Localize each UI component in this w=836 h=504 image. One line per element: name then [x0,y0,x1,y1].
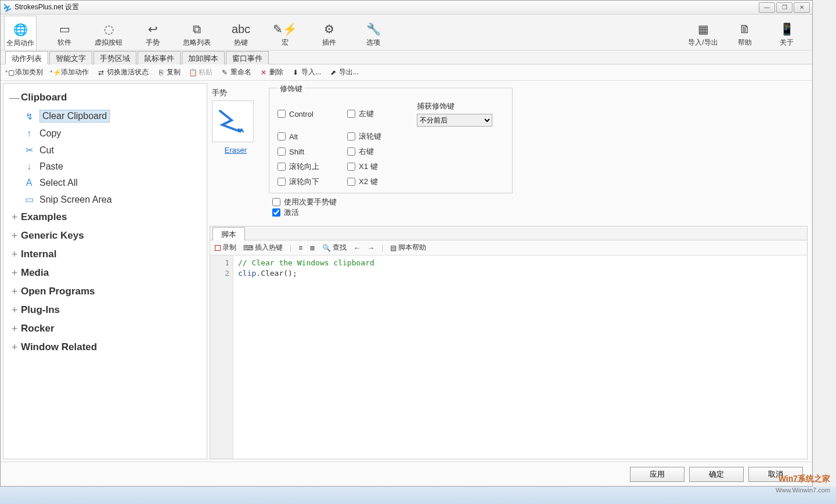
expand-icon[interactable]: + [8,248,21,261]
tree-action-clear-clipboard[interactable]: ↯Clear Clipboard [6,107,204,125]
toolbar-help[interactable]: 🗎帮助 [729,16,761,50]
chk-wheelup[interactable]: 滚轮向上 [278,161,341,172]
tree-category-media[interactable]: +Media [6,264,204,282]
action-icon: ✂ [22,145,36,156]
script-help-button[interactable]: ▤ 脚本帮助 [390,243,426,253]
insert-hotkey-button[interactable]: ⌨ 插入热键 [243,243,283,253]
toolbar-ignore[interactable]: ⧉忽略列表 [181,16,213,50]
hotkeys-icon: abc [233,21,248,37]
close-button[interactable]: ✕ [794,2,810,13]
help-icon: ▤ [390,244,397,252]
expand-icon[interactable]: + [8,229,21,242]
tree-category-plug-ins[interactable]: +Plug-Ins [6,301,204,319]
tree-action-cut[interactable]: ✂Cut [6,142,204,159]
tree-category-window-related[interactable]: +Window Related [6,338,204,357]
toolbar-about[interactable]: 📱关于 [770,16,803,50]
indent-button[interactable]: ≡ [298,244,302,252]
add-category-button[interactable]: ⁺▢添加类别 [5,67,43,77]
outdent-button[interactable]: ≣ [309,244,315,252]
toolbar-options[interactable]: 🔧选项 [357,16,390,50]
chk-right[interactable]: 右键 [347,146,411,157]
tree-action-copy[interactable]: ↑Copy [6,125,204,142]
action-icon: ↑ [22,128,36,139]
tab-鼠标事件[interactable]: 鼠标事件 [138,51,181,64]
toggle-active-button[interactable]: ⇄切换激活状态 [97,67,149,77]
chk-shift[interactable]: Shift [278,146,341,157]
toolbar-label: 忽略列表 [183,38,211,48]
record-button[interactable]: 录制 [215,243,236,253]
export-button[interactable]: ⬈导出... [329,67,359,77]
expand-icon[interactable]: + [8,285,21,298]
copy-button[interactable]: ⎘复制 [157,67,181,77]
cancel-button[interactable]: 取消 [748,467,803,482]
toolbar-importexport[interactable]: ▦导入/导出 [687,16,719,50]
toolbar-label: 全局动作 [6,38,34,48]
script-editor[interactable]: 12 // Clear the Windows clipboardclip.Cl… [210,255,807,459]
rename-button[interactable]: ✎重命名 [221,67,251,77]
minimize-button[interactable]: — [759,2,775,13]
expand-icon[interactable]: + [8,211,21,224]
tab-手势区域[interactable]: 手势区域 [93,51,136,64]
toolbar-global[interactable]: 🌐全局动作 [4,16,37,50]
tree-category-Clipboard[interactable]: —Clipboard [6,88,204,107]
add-action-button[interactable]: ⁺⚡添加动作 [51,67,89,77]
tab-动作列表[interactable]: 动作列表 [5,51,48,64]
toolbar-floaters[interactable]: ◌虚拟按钮 [92,16,125,50]
global-icon: 🌐 [13,22,28,37]
action-icon: ↯ [22,111,36,122]
record-icon [215,245,221,251]
modifiers-group: 修饰键 Control 左键 捕获修饰键 不分前后 Alt 滚轮键 Shift [269,88,513,193]
chk-wheel[interactable]: 滚轮键 [347,131,411,142]
tree-panel[interactable]: —Clipboard↯Clear Clipboard↑Copy✂Cut↓Past… [3,83,207,459]
tree-action-snip-screen-area[interactable]: ▭Snip Screen Area [6,191,204,208]
nav-fwd-button[interactable]: → [367,244,374,252]
code-area[interactable]: // Clear the Windows clipboardclip.Clear… [233,255,807,459]
find-button[interactable]: 🔍 查找 [322,243,347,253]
expand-icon[interactable]: + [8,304,21,316]
script-tab[interactable]: 脚本 [212,227,245,240]
tree-category-examples[interactable]: +Examples [6,208,204,226]
tree-category-rocker[interactable]: +Rocker [6,319,204,338]
chk-x2[interactable]: X2 键 [347,177,411,187]
options-icon: 🔧 [366,21,381,37]
expand-icon[interactable]: + [8,322,21,335]
toolbar-apps[interactable]: ▭软件 [48,16,81,50]
nav-back-button[interactable]: ← [354,244,361,252]
tree-action-select-all[interactable]: ASelect All [6,175,204,191]
expand-icon[interactable]: + [8,341,21,354]
gesture-name-link[interactable]: Eraser [212,146,260,154]
paste-button[interactable]: 📋粘贴 [189,67,212,77]
toolbar-macros[interactable]: ✎⚡宏 [269,16,301,50]
toolbar-hotkeys[interactable]: abc热键 [225,16,257,50]
ok-button[interactable]: 确定 [689,467,744,482]
chk-left[interactable]: 左键 [347,101,411,127]
tree-category-generic-keys[interactable]: +Generic Keys [6,226,204,245]
chk-control[interactable]: Control [278,101,341,127]
search-icon: 🔍 [322,244,331,252]
tree-category-open-programs[interactable]: +Open Programs [6,282,204,301]
capture-modifier-select[interactable]: 不分前后 [417,114,492,127]
toolbar-gestures[interactable]: ↩手势 [136,16,169,50]
tree-action-paste[interactable]: ↓Paste [6,159,204,175]
add-category-icon: ⁺▢ [5,69,13,77]
chk-x1[interactable]: X1 键 [347,161,411,172]
chk-wheeldown[interactable]: 滚轮向下 [278,177,341,187]
action-icon: ▭ [22,194,36,205]
tab-智能文字[interactable]: 智能文字 [49,51,92,64]
import-button[interactable]: ⬇导入... [291,67,321,77]
gesture-preview[interactable] [212,100,254,142]
chk-alt[interactable]: Alt [278,131,341,142]
chk-activate[interactable]: 激活 [272,207,802,218]
delete-button[interactable]: ✕删除 [260,67,283,77]
tree-category-internal[interactable]: +Internal [6,245,204,264]
toolbar-label: 手势 [146,38,160,48]
toolbar-plugins[interactable]: ⚙插件 [313,16,345,50]
export-icon: ⬈ [329,69,337,77]
tab-窗口事件[interactable]: 窗口事件 [226,51,269,64]
chk-secondary[interactable]: 使用次要手势键 [272,197,802,207]
apply-button[interactable]: 应用 [630,467,684,482]
expand-icon[interactable]: + [8,267,21,279]
tab-加卸脚本[interactable]: 加卸脚本 [182,51,225,64]
maximize-button[interactable]: ❐ [776,2,792,13]
collapse-icon[interactable]: — [8,91,21,104]
